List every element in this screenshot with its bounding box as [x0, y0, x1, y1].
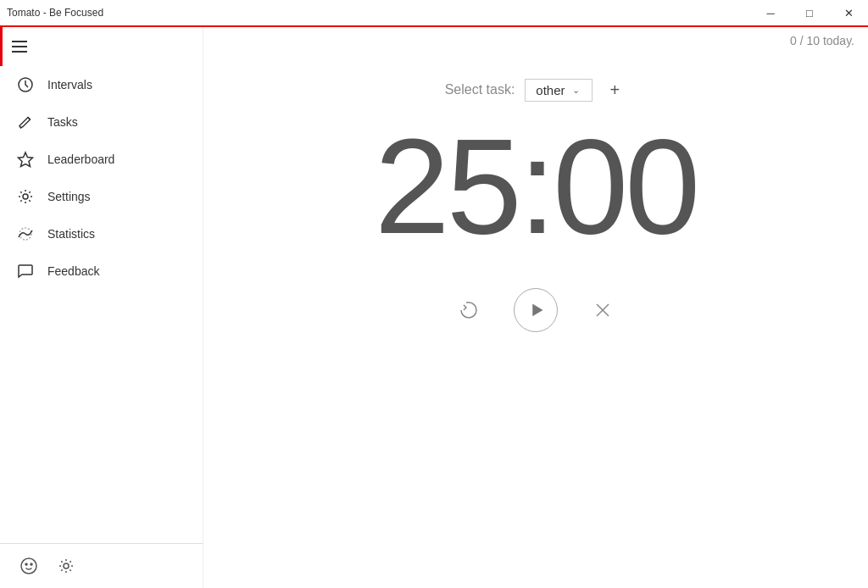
svg-point-8: [64, 563, 69, 569]
svg-point-6: [25, 563, 27, 565]
minimize-button[interactable]: ─: [751, 0, 790, 26]
star-icon: [17, 151, 34, 168]
sidebar: Intervals Tasks Leade: [0, 27, 203, 588]
restore-button[interactable]: □: [790, 0, 829, 26]
statistics-icon: [17, 225, 34, 242]
add-task-button[interactable]: +: [603, 78, 626, 102]
sidebar-item-intervals-label: Intervals: [47, 78, 92, 92]
sidebar-item-tasks[interactable]: Tasks: [0, 103, 203, 141]
settings-bottom-button[interactable]: [54, 554, 78, 578]
pencil-icon: [17, 114, 34, 130]
window-title: Tomato - Be Focused: [7, 7, 103, 19]
task-selector: Select task: other ⌄ +: [445, 78, 627, 102]
sidebar-item-tasks-label: Tasks: [47, 115, 78, 129]
sidebar-item-settings[interactable]: Settings: [0, 178, 203, 215]
main-content: 0 / 10 today. Select task: other ⌄ + 25:…: [203, 27, 868, 588]
gear-icon: [17, 188, 34, 205]
timer-controls: [449, 288, 622, 332]
sidebar-item-leaderboard[interactable]: Leaderboard: [0, 141, 203, 178]
svg-point-7: [31, 563, 32, 565]
sidebar-item-statistics-label: Statistics: [47, 227, 95, 241]
title-bar-controls: ─ □ ✕: [751, 0, 868, 26]
close-button[interactable]: ✕: [829, 0, 868, 26]
play-button[interactable]: [514, 288, 558, 332]
sidebar-bottom: [0, 543, 203, 588]
task-selected-value: other: [536, 83, 565, 97]
hamburger-line-2: [12, 46, 27, 47]
hamburger-line-1: [12, 41, 27, 42]
sidebar-item-feedback[interactable]: Feedback: [0, 252, 203, 290]
task-dropdown[interactable]: other ⌄: [525, 79, 593, 102]
task-label: Select task:: [445, 82, 515, 97]
sidebar-item-leaderboard-label: Leaderboard: [47, 153, 114, 166]
svg-line-1: [28, 118, 31, 120]
sidebar-item-settings-label: Settings: [47, 190, 91, 203]
reset-button[interactable]: [449, 291, 488, 330]
app-body: Intervals Tasks Leade: [0, 27, 868, 588]
svg-point-5: [21, 558, 36, 574]
sidebar-item-statistics[interactable]: Statistics: [0, 215, 203, 252]
clock-icon: [17, 76, 34, 93]
svg-marker-9: [533, 305, 542, 315]
daily-counter: 0 / 10 today.: [790, 34, 854, 47]
title-bar: Tomato - Be Focused ─ □ ✕: [0, 0, 868, 27]
feedback-icon: [17, 263, 34, 280]
sidebar-item-feedback-label: Feedback: [47, 264, 99, 278]
timer-display: 25:00: [375, 119, 697, 254]
menu-button[interactable]: [0, 27, 39, 66]
svg-point-3: [23, 194, 28, 199]
hamburger-line-3: [12, 51, 27, 53]
emoji-button[interactable]: [17, 554, 41, 578]
stop-button[interactable]: [583, 291, 622, 330]
title-bar-left: Tomato - Be Focused: [7, 7, 103, 19]
chevron-down-icon: ⌄: [572, 85, 580, 96]
sidebar-item-intervals[interactable]: Intervals: [0, 66, 203, 103]
sidebar-top: Intervals Tasks Leade: [0, 27, 203, 543]
svg-marker-2: [19, 153, 33, 167]
